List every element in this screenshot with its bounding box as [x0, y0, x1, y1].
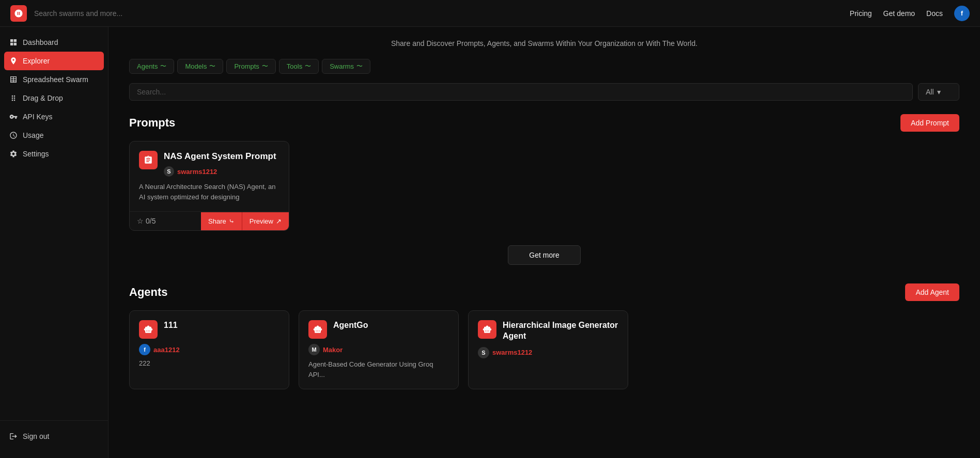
sign-out-button[interactable]: Sign out	[0, 427, 108, 446]
share-icon: ⤷	[229, 217, 235, 225]
key-icon	[9, 113, 18, 121]
rating-value: 0/5	[146, 217, 155, 225]
agent-card-info: 111	[164, 320, 178, 331]
agent-card-info: AgentGo	[333, 320, 368, 331]
prompt-card-body: NAS Agent System Prompt S swarms1212 A N…	[130, 141, 289, 211]
layout: Dashboard Explorer Spreadsheet Swarm Dra…	[0, 27, 980, 458]
agent-author-initial: S	[478, 347, 489, 358]
add-agent-button[interactable]: Add Agent	[905, 283, 959, 301]
sidebar-item-label: Spreadsheet Swarm	[23, 75, 88, 84]
sidebar-item-label: Usage	[23, 131, 43, 139]
search-row: All ▾	[129, 83, 959, 101]
sidebar-item-usage[interactable]: Usage	[0, 126, 108, 145]
prompts-section-header: Prompts Add Prompt	[129, 114, 959, 132]
filter-label: All	[926, 88, 934, 96]
tools-wave-icon: 〜	[305, 62, 311, 71]
agents-title: Agents	[129, 286, 168, 299]
gear-icon	[9, 150, 18, 158]
robot-icon	[483, 325, 492, 334]
prompts-cards-grid: NAS Agent System Prompt S swarms1212 A N…	[129, 141, 959, 231]
prompt-card-footer: ☆ 0/5 Share ⤷ Preview ↗	[130, 211, 289, 230]
get-more-button[interactable]: Get more	[508, 245, 580, 265]
table-icon	[9, 75, 18, 84]
agent-card-icon	[478, 320, 496, 339]
agent-author-initial: M	[308, 344, 320, 355]
clipboard-icon	[144, 155, 153, 165]
agent-card-header: 111	[139, 320, 279, 339]
share-label: Share	[208, 217, 226, 225]
logo[interactable]	[10, 5, 27, 22]
sign-out-label: Sign out	[23, 432, 49, 440]
prompt-card-icon	[139, 151, 158, 169]
tab-models-label: Models	[185, 62, 207, 70]
tab-prompts[interactable]: Prompts 〜	[226, 59, 275, 74]
agent-count: 222	[139, 359, 279, 367]
tab-tools-label: Tools	[287, 62, 302, 70]
prompts-title: Prompts	[129, 116, 175, 130]
logo-icon	[14, 9, 23, 18]
tab-models[interactable]: Models 〜	[177, 59, 223, 74]
author-initial: S	[164, 166, 174, 177]
sidebar-item-explorer[interactable]: Explorer	[4, 52, 104, 70]
tab-swarms[interactable]: Swarms 〜	[322, 59, 370, 74]
sidebar-item-dashboard[interactable]: Dashboard	[0, 33, 108, 52]
sidebar: Dashboard Explorer Spreadsheet Swarm Dra…	[0, 27, 108, 458]
sidebar-item-label: Settings	[23, 150, 49, 158]
clock-icon	[9, 131, 18, 139]
sidebar-spacer	[0, 163, 108, 420]
tab-prompts-label: Prompts	[234, 62, 259, 70]
sidebar-item-api-keys[interactable]: API Keys	[0, 107, 108, 126]
tabs: Agents 〜 Models 〜 Prompts 〜 Tools 〜 Swar…	[129, 59, 959, 74]
drag-icon	[9, 94, 18, 102]
sidebar-item-spreadsheet-swarm[interactable]: Spreadsheet Swarm	[0, 70, 108, 89]
agent-card-title: Hierarchical Image Generator Agent	[503, 320, 618, 342]
robot-icon	[313, 325, 322, 334]
get-more-row: Get more	[129, 245, 959, 265]
user-avatar[interactable]: f	[954, 6, 970, 21]
agent-card-header: AgentGo	[308, 320, 449, 339]
share-button[interactable]: Share ⤷	[201, 212, 242, 230]
docs-link[interactable]: Docs	[926, 9, 943, 18]
author-name: swarms1212	[177, 168, 217, 176]
compass-icon	[9, 57, 18, 65]
preview-button[interactable]: Preview ↗	[242, 212, 289, 230]
prompt-card-title: NAS Agent System Prompt	[164, 151, 276, 162]
models-wave-icon: 〜	[209, 62, 215, 71]
prompt-card: NAS Agent System Prompt S swarms1212 A N…	[129, 141, 289, 231]
robot-icon	[144, 325, 153, 334]
add-prompt-button[interactable]: Add Prompt	[900, 114, 959, 132]
agent-author-row: f aaa1212	[139, 344, 279, 355]
explorer-search-input[interactable]	[129, 83, 913, 101]
prompt-rating: ☆ 0/5	[130, 212, 163, 230]
sidebar-bottom: Sign out	[0, 420, 108, 452]
prompts-wave-icon: 〜	[262, 62, 268, 71]
agent-card-info: Hierarchical Image Generator Agent	[503, 320, 618, 342]
pricing-link[interactable]: Pricing	[850, 9, 872, 18]
agent-author-row: S swarms1212	[478, 347, 618, 358]
sidebar-item-label: Explorer	[23, 57, 50, 65]
topnav-right: Pricing Get demo Docs f	[850, 6, 970, 21]
agent-card: 111 f aaa1212 222	[129, 310, 289, 389]
topnav: Pricing Get demo Docs f	[0, 0, 980, 27]
sidebar-item-label: Dashboard	[23, 38, 58, 46]
get-demo-link[interactable]: Get demo	[883, 9, 915, 18]
sidebar-item-settings[interactable]: Settings	[0, 145, 108, 163]
agents-wave-icon: 〜	[160, 62, 166, 71]
prompt-card-description: A Neural Architecture Search (NAS) Agent…	[139, 182, 279, 202]
agents-cards-grid: 111 f aaa1212 222	[129, 310, 959, 389]
tab-tools[interactable]: Tools 〜	[279, 59, 319, 74]
agent-card-title: AgentGo	[333, 320, 368, 331]
signout-icon	[9, 432, 18, 440]
prompt-card-info: NAS Agent System Prompt S swarms1212	[164, 151, 276, 182]
swarms-wave-icon: 〜	[356, 62, 363, 71]
agent-card-title: 111	[164, 320, 178, 331]
sidebar-item-drag-drop[interactable]: Drag & Drop	[0, 89, 108, 107]
agent-author-name: Makor	[323, 346, 343, 354]
sidebar-item-label: API Keys	[23, 113, 53, 121]
external-link-icon: ↗	[276, 217, 282, 225]
tab-agents[interactable]: Agents 〜	[129, 59, 174, 74]
agent-author-row: M Makor	[308, 344, 449, 355]
filter-dropdown[interactable]: All ▾	[918, 83, 959, 101]
prompt-card-actions: Share ⤷ Preview ↗	[163, 212, 289, 230]
search-input[interactable]	[34, 9, 850, 18]
